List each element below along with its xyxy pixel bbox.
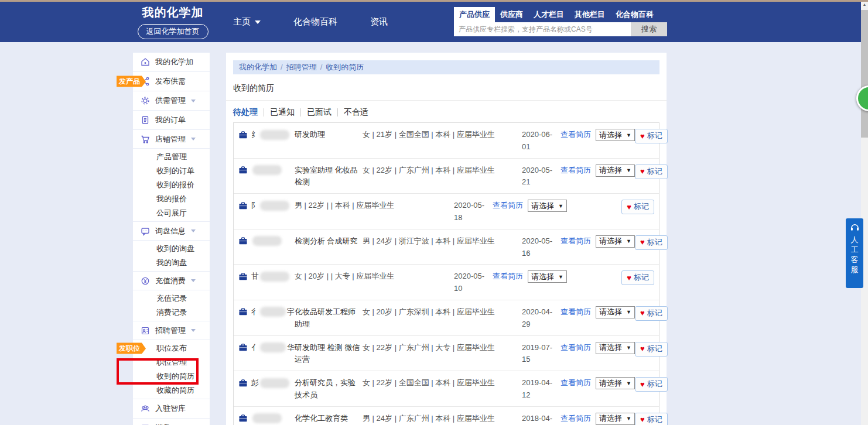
sidebar-item-company-showroom[interactable]: 公司展厅 (133, 206, 210, 220)
candidate-name (238, 235, 295, 246)
mark-button[interactable]: ♥标记 (635, 342, 668, 357)
status-select[interactable]: 请选择▼ (596, 342, 635, 354)
status-select[interactable]: 请选择▼ (596, 413, 635, 425)
tab-interviewed[interactable]: 已面试 (307, 107, 332, 118)
status-select-value: 请选择 (599, 342, 622, 353)
breadcrumb-link[interactable]: 招聘管理 (286, 60, 317, 74)
mark-button[interactable]: ♥标记 (635, 413, 668, 425)
status-select[interactable]: 请选择▼ (596, 129, 635, 141)
scrollbar[interactable]: ▲ (861, 0, 868, 425)
mark-button-label: 标记 (647, 131, 662, 141)
view-resume-link[interactable]: 查看简历 (561, 306, 596, 318)
sidebar-item-my-quotes[interactable]: 我的报价 (133, 192, 210, 206)
view-resume-link[interactable]: 查看简历 (561, 342, 596, 354)
sidebar-item-my-inquiries[interactable]: 我的询盘 (133, 256, 210, 270)
headset-icon (850, 223, 860, 232)
search-input[interactable] (454, 22, 631, 36)
sidebar-item-inquiry-info[interactable]: 询盘信息 (133, 222, 210, 241)
customer-service-button[interactable]: 人工客服 (846, 218, 863, 288)
resume-row: 阝男 | 22岁 | | 本科 | 应届毕业生2020-05-18查看简历请选择… (234, 194, 659, 229)
chevron-down-icon (255, 20, 261, 24)
breadcrumb-link[interactable]: 我的化学加 (239, 60, 277, 74)
sidebar-item-received-quotes[interactable]: 收到的报价 (133, 178, 210, 192)
sidebar-item-my-chemadd[interactable]: 我的化学加 (133, 53, 210, 71)
chat-widget-icon[interactable] (856, 85, 868, 111)
view-resume-link[interactable]: 查看简历 (561, 235, 596, 248)
sidebar-item-received-inquiries[interactable]: 收到的询盘 (133, 242, 210, 256)
mark-button[interactable]: ♥标记 (621, 200, 654, 214)
apply-date: 2018-04-24 (522, 413, 561, 425)
mark-button[interactable]: ♥标记 (635, 129, 668, 143)
search-tab-compound-wiki[interactable]: 化合物百科 (610, 7, 659, 22)
view-resume-link[interactable]: 查看简历 (561, 129, 596, 141)
sidebar-item-my-orders[interactable]: 我的订单 (133, 111, 210, 129)
sidebar-menu: 我的化学加发布供需发产品供需管理我的订单店铺管理产品管理收到的订单收到的报价我的… (133, 53, 210, 425)
customer-service-label-char: 工 (851, 245, 859, 255)
candidate-name-fragment: 彭 (251, 378, 259, 388)
blurred-name (260, 130, 289, 140)
tab-pending[interactable]: 待处理 (233, 107, 258, 118)
sidebar-item-recharge-records[interactable]: 充值记录 (133, 292, 210, 306)
status-select[interactable]: 请选择▼ (596, 164, 635, 177)
sidebar-item-think-tank[interactable]: 入驻智库 (133, 399, 210, 418)
view-resume-link[interactable]: 查看简历 (493, 200, 528, 212)
briefcase-icon (238, 307, 248, 316)
mark-button[interactable]: ♥标记 (635, 306, 668, 321)
heart-icon: ♥ (640, 344, 645, 353)
nav-item-news[interactable]: 资讯 (370, 16, 388, 28)
mark-button[interactable]: ♥标记 (635, 377, 668, 392)
chevron-down-icon (191, 138, 196, 140)
tab-unsuitable[interactable]: 不合适 (344, 107, 368, 118)
position-applied: 研发助理 (295, 129, 363, 141)
nav-item-compound-wiki[interactable]: 化合物百科 (293, 16, 337, 28)
sidebar-item-messages[interactable]: 消息 (133, 419, 210, 425)
app-logo: 我的化学加 (111, 5, 234, 20)
breadcrumb-link[interactable]: 收到的简历 (326, 60, 364, 74)
sidebar-item-supply-mgmt[interactable]: 供需管理 (133, 91, 210, 110)
view-resume-link[interactable]: 查看简历 (561, 164, 596, 177)
sidebar-item-recruit-mgmt[interactable]: 招聘管理 (133, 321, 210, 340)
candidate-details: 女 | 20岁 | | 大专 | 应届毕业生 (295, 270, 454, 283)
sidebar-item-received-resumes[interactable]: 收到的简历 (133, 369, 210, 383)
search-tab-other[interactable]: 其他栏目 (569, 7, 610, 22)
search-button[interactable]: 搜索 (631, 22, 667, 36)
mark-button[interactable]: ♥标记 (635, 164, 668, 179)
sidebar-section-think-tank: 入驻智库 (133, 399, 210, 419)
sidebar-section-inquiry-info: 询盘信息收到的询盘我的询盘 (133, 222, 210, 272)
sidebar-item-publish-supply[interactable]: 发布供需发产品 (133, 72, 210, 91)
back-to-homepage-button[interactable]: 返回化学加首页 (138, 24, 209, 39)
sidebar-item-shop-mgmt[interactable]: 店铺管理 (133, 130, 210, 149)
search-tab-suppliers[interactable]: 供应商 (495, 7, 528, 22)
search-tab-product-supply[interactable]: 产品供应 (454, 7, 495, 22)
scrollbar-thumb[interactable] (861, 10, 868, 138)
search-tab-talent[interactable]: 人才栏目 (528, 7, 569, 22)
sidebar-item-label: 充值消费 (155, 276, 186, 286)
sidebar-item-job-mgmt[interactable]: 职位管理 (133, 355, 210, 369)
mark-button[interactable]: ♥标记 (635, 235, 668, 250)
status-select[interactable]: 请选择▼ (596, 235, 635, 248)
sidebar-item-recharge-consume[interactable]: 充值消费 (133, 272, 210, 290)
candidate-details: 男 | 24岁 | 广东广州 | 本科 | 应届毕业生 (363, 413, 522, 425)
candidate-name-fragment: 纟 (251, 129, 259, 140)
candidate-details: 女 | 21岁 | 全国全国 | 本科 | 应届毕业生 (363, 129, 522, 141)
view-resume-link[interactable]: 查看简历 (493, 270, 528, 283)
nav-item-home[interactable]: 主页 (233, 16, 261, 28)
sidebar-item-post-job[interactable]: 职位发布发职位 (133, 341, 210, 355)
sidebar-item-favorite-resumes[interactable]: 收藏的简历 (133, 383, 210, 397)
mark-button[interactable]: ♥标记 (621, 270, 654, 285)
sidebar-item-consume-records[interactable]: 消费记录 (133, 306, 210, 320)
sidebar-item-received-orders[interactable]: 收到的订单 (133, 164, 210, 178)
status-select[interactable]: 请选择▼ (528, 200, 567, 212)
tab-notified[interactable]: 已通知 (270, 107, 295, 118)
status-select[interactable]: 请选择▼ (596, 377, 635, 389)
view-resume-link[interactable]: 查看简历 (561, 413, 596, 425)
coin-icon (141, 276, 150, 286)
select-arrow-icon: ▼ (626, 345, 631, 351)
status-select[interactable]: 请选择▼ (596, 306, 635, 318)
position-applied: 检测分析 合成研究 (295, 235, 363, 248)
status-select[interactable]: 请选择▼ (528, 270, 567, 283)
breadcrumb: 我的化学加/招聘管理/收到的简历 (233, 60, 659, 74)
chevron-down-icon (191, 100, 196, 102)
sidebar-item-product-mgmt[interactable]: 产品管理 (133, 150, 210, 164)
view-resume-link[interactable]: 查看简历 (561, 377, 596, 389)
